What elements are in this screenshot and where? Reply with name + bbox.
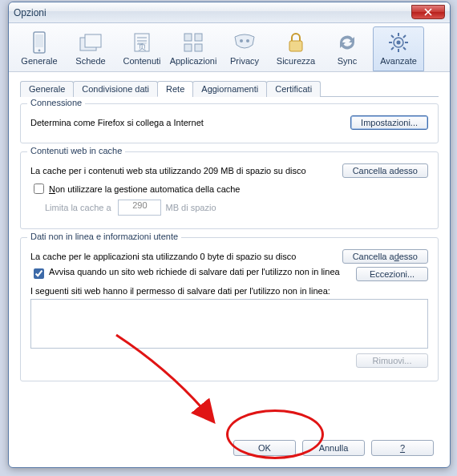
toolbar-label: Avanzate <box>374 56 423 66</box>
ok-button[interactable]: OK <box>233 440 296 456</box>
document-icon: 页 <box>117 30 167 54</box>
subtab-rete[interactable]: Rete <box>157 81 193 97</box>
subtab-condivisione[interactable]: Condivisione dati <box>73 81 158 97</box>
toolbar-item-generale[interactable]: Generale <box>14 26 65 71</box>
toolbar-item-contenuti[interactable]: 页 Contenuti <box>116 26 168 71</box>
mask-icon <box>220 30 269 54</box>
subtab-aggiornamenti[interactable]: Aggiornamenti <box>192 81 267 97</box>
toolbar-label: Sicurezza <box>271 56 321 66</box>
category-toolbar: Generale Schede 页 Contenuti Applicazioni… <box>9 23 450 72</box>
group-offline: Dati non in linea e informazioni utente … <box>20 237 439 381</box>
svg-rect-7 <box>184 34 192 41</box>
limit-cache-label: Limita la cache a <box>45 203 111 212</box>
exceptions-button[interactable]: Eccezioni... <box>356 267 428 281</box>
subtab-bar: Generale Condivisione dati Rete Aggiorna… <box>20 80 439 97</box>
group-title: Connessione <box>27 98 85 107</box>
connection-desc: Determina come Firefox si collega a Inte… <box>30 118 350 127</box>
svg-point-15 <box>397 41 401 45</box>
toolbar-label: Privacy <box>220 56 269 66</box>
sync-icon <box>322 30 372 54</box>
settings-button[interactable]: Impostazioni... <box>350 115 428 130</box>
clear-cache-button[interactable]: Cancella adesso <box>342 163 428 178</box>
svg-rect-10 <box>195 44 202 51</box>
clear-offline-button[interactable]: Cancella adesso <box>342 249 428 264</box>
svg-rect-13 <box>289 41 302 51</box>
svg-point-12 <box>246 39 249 42</box>
override-cache-checkbox[interactable] <box>34 184 44 194</box>
gear-icon <box>374 30 423 54</box>
toolbar-label: Contenuti <box>117 56 167 66</box>
apps-icon <box>168 30 218 54</box>
svg-rect-4 <box>85 34 101 47</box>
offline-sites-list[interactable] <box>30 299 428 349</box>
window-title: Opzioni <box>14 7 47 18</box>
group-title: Dati non in linea e informazioni utente <box>27 232 181 241</box>
toolbar-item-sync[interactable]: Sync <box>322 26 373 71</box>
titlebar: Opzioni <box>9 2 450 23</box>
subtab-certificati[interactable]: Certificati <box>266 81 321 97</box>
group-title: Contenuti web in cache <box>27 146 125 155</box>
group-cache: Contenuti web in cache La cache per i co… <box>20 151 439 229</box>
phone-icon <box>14 30 64 54</box>
offline-usage-text: La cache per le applicazioni sta utilizz… <box>30 252 342 261</box>
svg-point-11 <box>240 39 243 42</box>
close-button[interactable] <box>411 5 445 19</box>
lock-icon <box>271 30 321 54</box>
toolbar-item-privacy[interactable]: Privacy <box>219 26 270 71</box>
offline-sites-label: I seguenti siti web hanno il permesso di… <box>30 286 330 296</box>
toolbar-label: Sync <box>322 56 372 66</box>
remove-site-button: Rimuovi... <box>356 353 428 368</box>
toolbar-label: Applicazioni <box>168 56 218 66</box>
cancel-button[interactable]: Annulla <box>302 440 365 456</box>
cache-limit-spinner[interactable]: 290 <box>118 200 161 216</box>
help-button[interactable]: ? <box>371 440 434 456</box>
svg-point-2 <box>38 50 41 52</box>
override-cache-label: Non utilizzare la gestione automatica de… <box>49 184 240 194</box>
dialog-footer: OK Annulla ? <box>233 440 434 456</box>
toolbar-item-schede[interactable]: Schede <box>65 26 116 71</box>
options-window: Opzioni Generale Schede 页 Contenuti Appl… <box>8 2 451 468</box>
close-icon <box>424 8 432 16</box>
notify-offline-label: Avvisa quando un sito web richiede di sa… <box>49 267 356 276</box>
toolbar-label: Schede <box>66 56 115 66</box>
svg-text:页: 页 <box>138 42 147 51</box>
svg-rect-8 <box>195 34 202 41</box>
cache-usage-text: La cache per i contenuti web sta utilizz… <box>30 166 342 175</box>
tabs-icon <box>66 30 115 54</box>
toolbar-item-applicazioni[interactable]: Applicazioni <box>168 26 219 71</box>
content-area: Generale Condivisione dati Rete Aggiorna… <box>9 72 450 397</box>
limit-cache-unit: MB di spazio <box>166 203 216 212</box>
group-connection: Connessione Determina come Firefox si co… <box>20 103 439 143</box>
svg-rect-1 <box>35 34 43 47</box>
subtab-generale[interactable]: Generale <box>20 81 74 97</box>
toolbar-label: Generale <box>14 56 64 66</box>
toolbar-item-avanzate[interactable]: Avanzate <box>373 26 424 71</box>
notify-offline-checkbox[interactable] <box>34 268 44 279</box>
svg-rect-9 <box>184 44 192 51</box>
toolbar-item-sicurezza[interactable]: Sicurezza <box>270 26 322 71</box>
